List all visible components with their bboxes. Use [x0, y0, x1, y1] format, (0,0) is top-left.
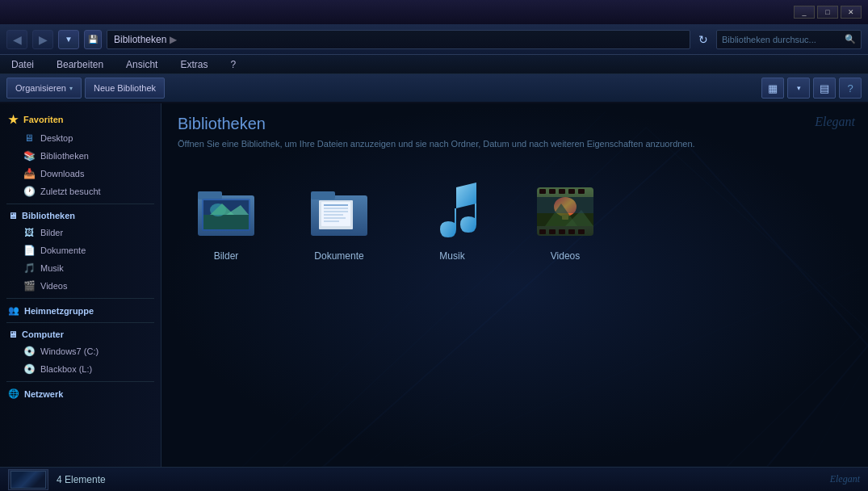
- organize-button[interactable]: Organisieren ▾: [6, 78, 82, 99]
- bilder-icon-wrap: [194, 179, 258, 244]
- search-bar[interactable]: Bibliotheken durchsuc... 🔍: [716, 30, 862, 49]
- status-brand: Elegant: [830, 473, 860, 485]
- status-count: 4 Elemente: [57, 474, 106, 485]
- menu-bearbeiten[interactable]: Bearbeiten: [52, 57, 108, 72]
- search-text: Bibliotheken durchsuc...: [722, 35, 816, 44]
- windows7-icon: 💿: [23, 345, 36, 358]
- musik-svg: [420, 179, 484, 244]
- save-location-button[interactable]: 💾: [84, 30, 102, 49]
- bibliotheken-section-label: Bibliotheken: [22, 211, 75, 220]
- videos-label: Videos: [40, 281, 67, 291]
- organize-dropdown-arrow: ▾: [69, 85, 73, 92]
- help-button[interactable]: ?: [839, 78, 862, 99]
- dokumente-icon: 📄: [23, 244, 36, 257]
- back-button[interactable]: ◀: [6, 30, 27, 49]
- bibliotheken-fav-label: Bibliotheken: [40, 151, 89, 161]
- heimnetz-label: Heimnetzgruppe: [24, 306, 94, 316]
- bilder-svg: [194, 179, 258, 244]
- view-button[interactable]: ▦: [761, 78, 784, 99]
- dokumente-svg: [307, 179, 371, 244]
- netzwerk-icon: 🌐: [8, 388, 19, 399]
- videos-label-text: Videos: [551, 250, 580, 262]
- svg-rect-23: [578, 189, 585, 194]
- menu-bar: Datei Bearbeiten Ansicht Extras ?: [0, 55, 868, 74]
- sidebar-item-bilder[interactable]: 🖼 Bilder: [0, 224, 161, 241]
- sidebar-item-blackbox[interactable]: 💿 Blackbox (L:): [0, 360, 161, 378]
- address-bar[interactable]: Bibliotheken ▶: [107, 30, 690, 49]
- musik-icon: 🎵: [23, 262, 36, 275]
- sidebar-item-downloads[interactable]: 📥 Downloads: [0, 165, 161, 183]
- bilder-icon: 🖼: [23, 226, 36, 239]
- videos-icon-wrap: [533, 179, 598, 244]
- blackbox-label: Blackbox (L:): [40, 364, 92, 374]
- main-layout: ★ Favoriten 🖥 Desktop 📚 Bibliotheken 📥 D…: [0, 103, 868, 467]
- downloads-label: Downloads: [40, 169, 84, 178]
- videos-icon: 🎬: [23, 279, 36, 292]
- sidebar: ★ Favoriten 🖥 Desktop 📚 Bibliotheken 📥 D…: [0, 103, 161, 467]
- close-button[interactable]: ✕: [841, 6, 862, 19]
- divider-3: [6, 322, 154, 323]
- musik-label: Musik: [40, 263, 64, 273]
- menu-ansicht[interactable]: Ansicht: [121, 57, 162, 72]
- sidebar-item-desktop[interactable]: 🖥 Desktop: [0, 129, 161, 147]
- menu-datei[interactable]: Datei: [6, 57, 39, 72]
- divider-2: [6, 298, 154, 299]
- svg-rect-27: [568, 229, 575, 234]
- menu-help[interactable]: ?: [225, 57, 241, 72]
- zuletzt-label: Zuletzt besucht: [40, 187, 101, 196]
- videos-svg: [533, 179, 598, 244]
- desktop-label: Desktop: [40, 133, 73, 143]
- windows7-label: Windows7 (C:): [40, 346, 99, 356]
- library-item-videos[interactable]: Videos: [533, 179, 598, 262]
- toolbar-right: ▦ ▾ ▤ ?: [761, 78, 862, 99]
- toolbar: Organisieren ▾ Neue Bibliothek ▦ ▾ ▤ ?: [0, 74, 868, 103]
- library-item-dokumente[interactable]: Dokumente: [307, 179, 371, 262]
- content-subtitle: Öffnen Sie eine Bibliothek, um Ihre Date…: [178, 138, 743, 150]
- sidebar-item-dokumente[interactable]: 📄 Dokumente: [0, 241, 161, 259]
- sidebar-item-musik[interactable]: 🎵 Musik: [0, 259, 161, 277]
- svg-rect-24: [539, 229, 546, 234]
- minimize-button[interactable]: _: [794, 6, 815, 19]
- musik-label-text: Musik: [439, 250, 464, 262]
- dokumente-icon-wrap: [307, 179, 371, 244]
- svg-rect-20: [549, 189, 556, 194]
- path-label: Bibliotheken: [114, 34, 166, 45]
- netzwerk-label: Netzwerk: [24, 389, 63, 399]
- svg-rect-21: [559, 189, 565, 194]
- desktop-icon: 🖥: [23, 132, 36, 145]
- sidebar-computer-header[interactable]: 🖥 Computer: [0, 326, 161, 342]
- maximize-button[interactable]: □: [817, 6, 838, 19]
- brand-watermark: Elegant: [815, 115, 855, 150]
- computer-icon-bib: 🖥: [8, 211, 17, 220]
- refresh-button[interactable]: ↻: [695, 31, 711, 48]
- content-title: Bibliotheken: [178, 115, 852, 133]
- library-item-musik[interactable]: Musik: [420, 179, 484, 262]
- sidebar-favorites-header[interactable]: ★ Favoriten: [0, 110, 161, 129]
- bilder-label-text: Bilder: [214, 250, 239, 262]
- svg-rect-9: [311, 191, 335, 199]
- svg-rect-4: [203, 215, 249, 229]
- forward-button[interactable]: ▶: [32, 30, 53, 49]
- sidebar-item-bibliotheken-fav[interactable]: 📚 Bibliotheken: [0, 147, 161, 165]
- columns-button[interactable]: ▤: [813, 78, 836, 99]
- computer-icon: 🖥: [8, 329, 17, 339]
- sidebar-item-windows7[interactable]: 💿 Windows7 (C:): [0, 342, 161, 360]
- musik-icon-wrap: [420, 179, 484, 244]
- sidebar-bibliotheken-header[interactable]: 🖥 Bibliotheken: [0, 208, 161, 224]
- menu-extras[interactable]: Extras: [175, 57, 212, 72]
- divider-4: [6, 381, 154, 382]
- path-separator: ▶: [170, 34, 177, 45]
- sidebar-netzwerk-header[interactable]: 🌐 Netzwerk: [0, 385, 161, 402]
- sidebar-item-videos[interactable]: 🎬 Videos: [0, 277, 161, 295]
- dropdown-button[interactable]: ▼: [58, 30, 79, 49]
- svg-rect-34: [537, 197, 593, 213]
- svg-rect-22: [568, 189, 575, 194]
- dokumente-label: Dokumente: [40, 246, 86, 255]
- content-area: Bibliotheken Öffnen Sie eine Bibliothek,…: [161, 103, 868, 467]
- sidebar-item-zuletzt[interactable]: 🕐 Zuletzt besucht: [0, 183, 161, 200]
- new-library-button[interactable]: Neue Bibliothek: [85, 78, 165, 99]
- view-dropdown-button[interactable]: ▾: [787, 78, 810, 99]
- sidebar-heimnetz-header[interactable]: 👥 Heimnetzgruppe: [0, 302, 161, 319]
- library-item-bilder[interactable]: Bilder: [194, 179, 258, 262]
- navigation-bar: ◀ ▶ ▼ 💾 Bibliotheken ▶ ↻ Bibliotheken du…: [0, 24, 868, 55]
